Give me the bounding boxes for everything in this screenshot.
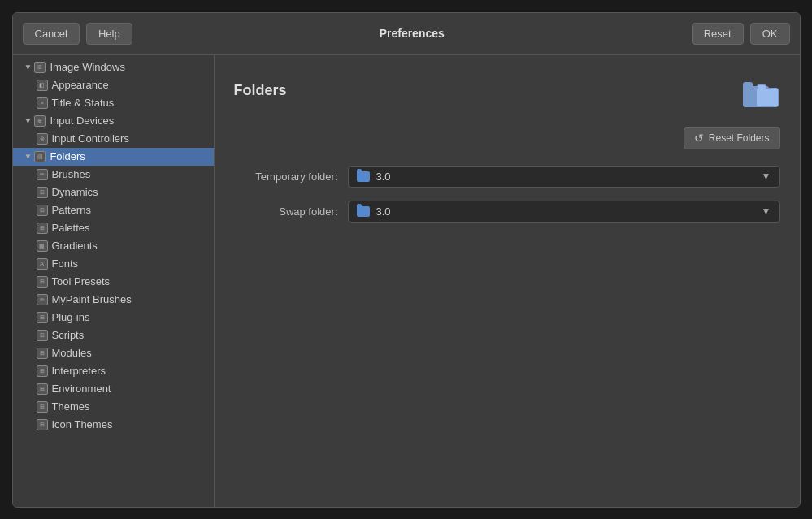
- sidebar-label-scripts: Scripts: [52, 329, 85, 341]
- dropdown-inner: 3.0: [357, 171, 391, 183]
- sidebar-label-dynamics: Dynamics: [52, 186, 98, 198]
- icon-themes-icon: ⊞: [36, 418, 49, 431]
- sidebar-item-tool-presets[interactable]: ⊞ Tool Presets: [13, 273, 214, 291]
- sidebar-label-input-controllers: Input Controllers: [52, 132, 129, 145]
- modules-icon: ⊞: [36, 347, 49, 360]
- window-title: Preferences: [380, 27, 445, 40]
- sidebar-label-environment: Environment: [52, 383, 111, 395]
- sidebar-item-gradients[interactable]: ▦ Gradients: [13, 237, 214, 255]
- reset-button[interactable]: Reset: [692, 23, 744, 45]
- sidebar-item-icon-themes[interactable]: ⊞ Icon Themes: [13, 416, 214, 434]
- titlebar: Cancel Help Preferences Reset OK: [13, 13, 800, 55]
- sidebar-label-modules: Modules: [52, 347, 92, 359]
- mypaint-brushes-icon: ✏: [36, 293, 49, 306]
- sidebar-item-appearance[interactable]: ◧ Appearance: [13, 76, 214, 94]
- dropdown-inner-swap: 3.0: [357, 205, 391, 218]
- sidebar-item-input-controllers[interactable]: ⊚ Input Controllers: [13, 130, 214, 148]
- sidebar-item-input-devices[interactable]: ▼ ⊕ Input Devices: [13, 112, 214, 130]
- reset-folders-row: ↺ Reset Folders: [234, 127, 780, 149]
- sidebar-label-brushes: Brushes: [52, 168, 91, 180]
- brushes-icon: ✏: [36, 168, 49, 181]
- appearance-icon: ◧: [36, 79, 49, 92]
- sidebar-item-patterns[interactable]: ⊞ Patterns: [13, 201, 214, 219]
- swap-folder-row: Swap folder: 3.0 ▼: [234, 201, 780, 223]
- panel-header: Folders: [234, 71, 780, 110]
- folders-decoration-icon: [743, 75, 779, 107]
- sidebar-item-image-windows[interactable]: ▼ ⊞ Image Windows: [13, 58, 214, 76]
- reset-icon: ↺: [694, 132, 704, 145]
- dropdown-folder-icon: [357, 171, 370, 182]
- image-windows-icon: ⊞: [33, 61, 46, 74]
- swap-folder-label: Swap folder:: [234, 205, 348, 218]
- folders-panel-icon: [741, 71, 780, 110]
- sidebar-item-title-status[interactable]: ≡ Title & Status: [13, 94, 214, 112]
- sidebar-label-themes: Themes: [52, 400, 90, 413]
- sidebar-label-appearance: Appearance: [52, 79, 109, 91]
- title-status-icon: ≡: [36, 97, 49, 110]
- dropdown-folder-icon-swap: [357, 206, 370, 217]
- sidebar-label-title-status: Title & Status: [52, 97, 115, 109]
- gradients-icon: ▦: [36, 240, 49, 253]
- content-area: ▼ ⊞ Image Windows ◧ Appearance ≡ Title &…: [13, 55, 800, 507]
- patterns-icon: ⊞: [36, 204, 49, 217]
- themes-icon: ⊞: [36, 400, 49, 413]
- reset-folders-button[interactable]: ↺ Reset Folders: [684, 127, 780, 149]
- swap-folder-value: 3.0: [376, 205, 391, 218]
- sidebar-label-plug-ins: Plug-ins: [52, 311, 90, 323]
- preferences-window: Cancel Help Preferences Reset OK ▼ ⊞ Ima…: [12, 12, 801, 508]
- sidebar-label-fonts: Fonts: [52, 257, 79, 270]
- input-devices-icon: ⊕: [33, 115, 46, 128]
- temporary-folder-control: 3.0 ▼: [348, 166, 780, 188]
- reset-folders-label: Reset Folders: [709, 132, 770, 144]
- tool-presets-icon: ⊞: [36, 275, 49, 288]
- sidebar-item-plug-ins[interactable]: ⊞ Plug-ins: [13, 309, 214, 327]
- panel-title: Folders: [234, 82, 287, 99]
- temporary-folder-label: Temporary folder:: [234, 171, 348, 183]
- collapse-arrow-folders: ▼: [24, 152, 33, 161]
- collapse-arrow-input: ▼: [24, 116, 33, 125]
- temporary-folder-value: 3.0: [376, 171, 391, 183]
- dynamics-icon: ⊞: [36, 186, 49, 199]
- folders-icon: ▤: [33, 150, 46, 163]
- input-controllers-icon: ⊚: [36, 132, 49, 145]
- scripts-icon: ⊞: [36, 329, 49, 342]
- sidebar: ▼ ⊞ Image Windows ◧ Appearance ≡ Title &…: [13, 55, 215, 507]
- sidebar-label-patterns: Patterns: [52, 204, 91, 216]
- cancel-button[interactable]: Cancel: [23, 23, 80, 45]
- sidebar-item-modules[interactable]: ⊞ Modules: [13, 344, 214, 362]
- sidebar-item-fonts[interactable]: A Fonts: [13, 255, 214, 273]
- sidebar-item-folders[interactable]: ▼ ▤ Folders: [13, 148, 214, 166]
- sidebar-label-mypaint-brushes: MyPaint Brushes: [52, 293, 132, 305]
- swap-folder-control: 3.0 ▼: [348, 201, 780, 223]
- folder-front: [756, 88, 779, 107]
- swap-folder-dropdown[interactable]: 3.0 ▼: [348, 201, 780, 223]
- ok-button[interactable]: OK: [750, 23, 790, 45]
- environment-icon: ⊞: [36, 383, 49, 396]
- sidebar-label-tool-presets: Tool Presets: [52, 275, 111, 288]
- sidebar-label-interpreters: Interpreters: [52, 365, 106, 377]
- plug-ins-icon: ⊞: [36, 311, 49, 324]
- help-button[interactable]: Help: [86, 23, 132, 45]
- main-panel: Folders ↺ Reset Folders Temporary folder…: [215, 55, 800, 507]
- sidebar-label-icon-themes: Icon Themes: [52, 418, 113, 430]
- temporary-folder-dropdown[interactable]: 3.0 ▼: [348, 166, 780, 188]
- temporary-folder-row: Temporary folder: 3.0 ▼: [234, 166, 780, 188]
- sidebar-item-environment[interactable]: ⊞ Environment: [13, 380, 214, 398]
- sidebar-item-scripts[interactable]: ⊞ Scripts: [13, 327, 214, 344]
- fonts-icon: A: [36, 257, 49, 270]
- interpreters-icon: ⊞: [36, 365, 49, 378]
- sidebar-item-mypaint-brushes[interactable]: ✏ MyPaint Brushes: [13, 291, 214, 309]
- dropdown-arrow-icon: ▼: [762, 171, 771, 182]
- sidebar-item-palettes[interactable]: ⊞ Palettes: [13, 219, 214, 237]
- collapse-arrow: ▼: [24, 63, 33, 71]
- sidebar-label-folders: Folders: [50, 150, 85, 162]
- sidebar-item-brushes[interactable]: ✏ Brushes: [13, 166, 214, 184]
- sidebar-item-interpreters[interactable]: ⊞ Interpreters: [13, 362, 214, 380]
- sidebar-item-themes[interactable]: ⊞ Themes: [13, 398, 214, 416]
- palettes-icon: ⊞: [36, 222, 49, 235]
- sidebar-item-dynamics[interactable]: ⊞ Dynamics: [13, 184, 214, 201]
- sidebar-label-input-devices: Input Devices: [50, 115, 114, 127]
- titlebar-left-buttons: Cancel Help: [23, 23, 132, 45]
- sidebar-label-image-windows: Image Windows: [50, 61, 124, 73]
- sidebar-label-palettes: Palettes: [52, 222, 90, 234]
